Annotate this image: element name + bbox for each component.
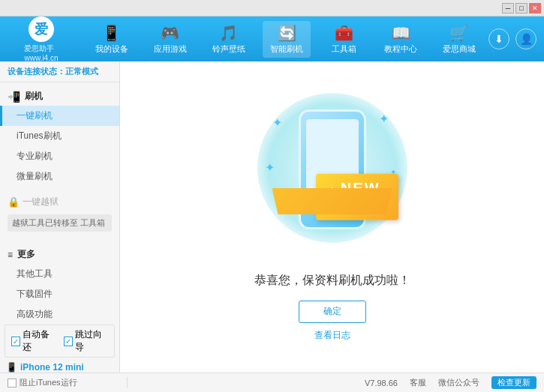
smart-flash-label: 智能刷机 [270, 43, 303, 55]
flash-section: 📲 刷机 一键刷机 iTunes刷机 专业刷机 微量刷机 [0, 82, 119, 187]
content-area: ✦ ✦ ✦ ✦ NEW 恭喜您，保资料刷机成功啦！ 确定 查看日志 [120, 61, 544, 373]
maximize-btn[interactable]: □ [515, 3, 527, 13]
sidebar-item-advanced[interactable]: 高级功能 [0, 304, 119, 325]
sidebar-item-pro-flash[interactable]: 专业刷机 [0, 146, 119, 166]
user-btn[interactable]: 👤 [515, 28, 536, 49]
nav-right: ⬇ 👤 [488, 28, 536, 49]
nav-tutorial[interactable]: 📖 教程中心 [377, 21, 425, 58]
close-btn[interactable]: ✕ [529, 3, 541, 13]
sparkle-3: ✦ [265, 160, 275, 175]
sparkle-2: ✦ [379, 112, 389, 126]
nav-smart-flash[interactable]: 🔄 智能刷机 [263, 21, 311, 58]
skip-wizard-box: ✓ [64, 337, 73, 346]
nav-ringtone[interactable]: 🎵 铃声壁纸 [205, 21, 253, 58]
app-games-label: 应用游戏 [154, 43, 187, 55]
connection-status: 设备连接状态：正常模式 [0, 61, 119, 82]
my-device-label: 我的设备 [95, 43, 128, 55]
illustration: ✦ ✦ ✦ ✦ NEW [250, 93, 415, 258]
sidebar-item-other-tools[interactable]: 其他工具 [0, 264, 119, 284]
auto-backup-checkbox[interactable]: ✓ 自动备还 [11, 328, 56, 354]
auto-backup-label: 自动备还 [23, 328, 56, 354]
tutorial-label: 教程中心 [384, 43, 417, 55]
sparkle-1: ✦ [272, 115, 282, 130]
nav-mall[interactable]: 🛒 爱思商城 [435, 21, 483, 58]
nav-app-games[interactable]: 🎮 应用游戏 [146, 21, 194, 58]
auto-backup-box: ✓ [11, 337, 20, 346]
bottom-right: V7.98.66 客服 微信公众号 检查更新 [365, 376, 536, 389]
lock-icon: 🔒 [8, 196, 20, 208]
app-games-icon: 🎮 [161, 24, 179, 42]
skip-wizard-label: 跳过向导 [75, 328, 108, 354]
view-log-link[interactable]: 查看日志 [314, 329, 350, 342]
tutorial-icon: 📖 [392, 24, 410, 42]
jailbreak-notice: 越狱工具已转移至 工具箱 [8, 214, 112, 232]
wechat-public-link[interactable]: 微信公众号 [438, 377, 479, 388]
jailbreak-section: 🔒 一键越狱 [0, 193, 119, 211]
top-nav: 爱 爱思助手 www.i4.cn 📱 我的设备 🎮 应用游戏 🎵 铃声壁纸 🔄 … [0, 16, 544, 61]
sidebar-item-itunes-flash[interactable]: iTunes刷机 [0, 126, 119, 146]
more-section: ≡ 更多 其他工具 下载固件 高级功能 [0, 241, 119, 325]
sidebar-item-one-key-flash[interactable]: 一键刷机 [0, 106, 119, 126]
nav-toolbox[interactable]: 🧰 工具箱 [321, 21, 366, 58]
stop-itunes-label: 阻止iTunes运行 [20, 377, 77, 388]
sidebar-item-download-firmware[interactable]: 下载固件 [0, 284, 119, 304]
logo: 爱 爱思助手 www.i4.cn [8, 16, 75, 62]
more-section-icon: ≡ [8, 250, 13, 260]
logo-icon: 爱 [29, 16, 54, 42]
flash-section-icon: 📲 [8, 91, 20, 103]
toolbox-label: 工具箱 [332, 43, 356, 55]
nav-items: 📱 我的设备 🎮 应用游戏 🎵 铃声壁纸 🔄 智能刷机 🧰 工具箱 📖 教程中心… [83, 21, 488, 58]
confirm-button[interactable]: 确定 [299, 301, 366, 323]
customer-service-link[interactable]: 客服 [410, 377, 426, 388]
toolbox-icon: 🧰 [335, 24, 353, 42]
main-area: 设备连接状态：正常模式 📲 刷机 一键刷机 iTunes刷机 专业刷机 微量刷机… [0, 61, 544, 373]
checkbox-row: ✓ 自动备还 ✓ 跳过向导 [5, 325, 115, 358]
smart-flash-icon: 🔄 [278, 24, 296, 42]
ribbon [272, 188, 392, 214]
mall-icon: 🛒 [449, 24, 468, 42]
bottom-bar: 阻止iTunes运行 V7.98.66 客服 微信公众号 检查更新 [0, 373, 544, 392]
download-btn[interactable]: ⬇ [488, 28, 509, 49]
minimize-btn[interactable]: ─ [502, 3, 514, 13]
nav-my-device[interactable]: 📱 我的设备 [88, 21, 136, 58]
stop-itunes-area: 阻止iTunes运行 [8, 377, 128, 388]
ringtone-icon: 🎵 [219, 24, 238, 42]
more-section-header: ≡ 更多 [0, 245, 119, 264]
check-update-button[interactable]: 检查更新 [491, 376, 536, 389]
mall-label: 爱思商城 [443, 43, 476, 55]
sidebar-item-micro-flash[interactable]: 微量刷机 [0, 166, 119, 187]
device-info: 📱 iPhone 12 mini 64GB Down-12mini-13,1 [0, 361, 119, 373]
flash-section-header: 📲 刷机 [0, 87, 119, 106]
device-name: iPhone 12 mini [20, 362, 84, 373]
stop-itunes-checkbox[interactable] [8, 379, 17, 388]
success-text: 恭喜您，保资料刷机成功啦！ [254, 273, 410, 289]
title-bar: ─ □ ✕ [0, 0, 544, 16]
sidebar: 设备连接状态：正常模式 📲 刷机 一键刷机 iTunes刷机 专业刷机 微量刷机… [0, 61, 120, 373]
skip-wizard-checkbox[interactable]: ✓ 跳过向导 [64, 328, 109, 354]
version-label: V7.98.66 [365, 379, 398, 388]
device-icon: 📱 [6, 362, 17, 373]
my-device-icon: 📱 [102, 24, 121, 42]
logo-subtitle: 爱思助手 www.i4.cn [24, 43, 58, 62]
ringtone-label: 铃声壁纸 [212, 43, 245, 55]
